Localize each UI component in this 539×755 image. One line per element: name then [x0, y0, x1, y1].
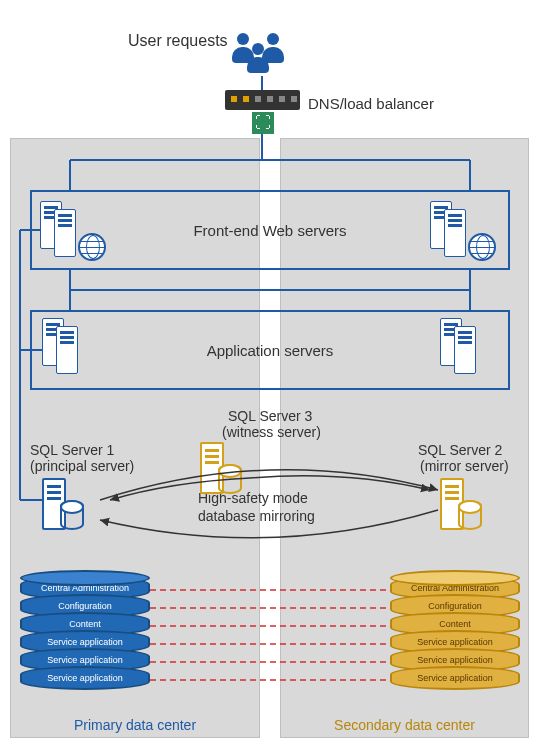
app-server-secondary-icon: [440, 312, 510, 382]
secondary-db-stack: Central Administration Configuration Con…: [390, 570, 520, 690]
expand-arrows-icon: [252, 112, 274, 134]
network-switch-icon: [225, 90, 300, 110]
web-server-secondary-icon: [430, 195, 500, 265]
primary-dc-label: Primary data center: [11, 717, 259, 733]
globe-icon: [78, 233, 106, 261]
primary-db-stack: Central Administration Configuration Con…: [20, 570, 150, 690]
user-requests-label: User requests: [128, 32, 228, 50]
sql1-name: SQL Server 1: [30, 442, 114, 458]
mirroring-label-2: database mirroring: [198, 508, 315, 524]
globe-icon: [468, 233, 496, 261]
db-layer: Service application: [20, 666, 150, 690]
app-tier-label: Application servers: [207, 342, 334, 359]
app-server-primary-icon: [42, 312, 112, 382]
sql1-role: (principal server): [30, 458, 134, 474]
secondary-dc-label: Secondary data center: [281, 717, 528, 733]
sql2-name: SQL Server 2: [418, 442, 502, 458]
web-server-primary-icon: [40, 195, 110, 265]
sql3-name: SQL Server 3: [228, 408, 312, 424]
sql-server-2-icon: [440, 478, 482, 530]
sql2-role: (mirror server): [420, 458, 509, 474]
sql3-role: (witness server): [222, 424, 321, 440]
dns-load-balancer-label: DNS/load balancer: [308, 95, 434, 112]
web-tier-label: Front-end Web servers: [193, 222, 346, 239]
sql-server-3-icon: [200, 442, 242, 494]
sql-server-1-icon: [42, 478, 84, 530]
db-layer: Service application: [390, 666, 520, 690]
users-icon: [232, 25, 292, 75]
